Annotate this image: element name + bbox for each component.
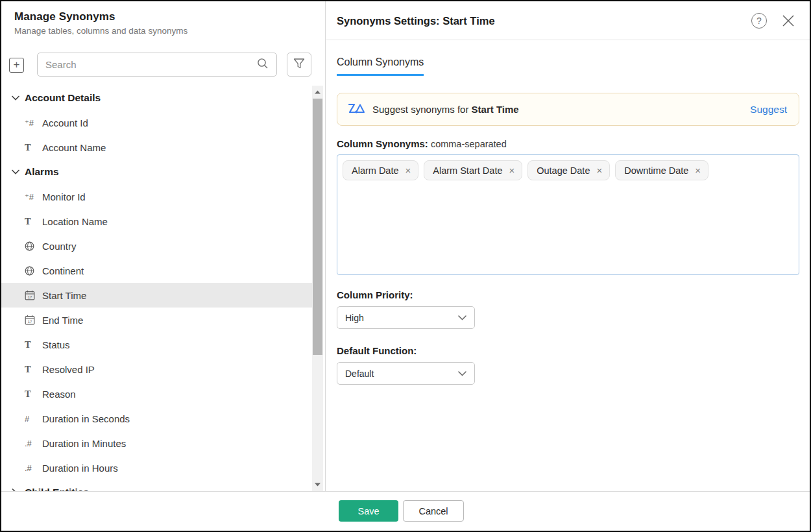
synonyms-label-row: Column Synonyms: comma-separated	[337, 138, 799, 149]
zia-column-name: Start Time	[472, 104, 519, 115]
function-select[interactable]: Default	[337, 362, 475, 385]
filter-icon	[293, 58, 305, 72]
scroll-down-icon[interactable]	[312, 479, 323, 490]
save-button[interactable]: Save	[339, 500, 398, 522]
remove-tag-icon[interactable]: ×	[406, 165, 411, 175]
tree-item-end-time[interactable]: 17End Time	[1, 308, 312, 332]
tab-row: Column Synonyms	[337, 56, 799, 76]
tree-label: Status	[42, 339, 70, 350]
settings-title: Synonyms Settings: Start Time	[337, 15, 495, 27]
tree-item-account-id[interactable]: ⁺#Account Id	[1, 110, 312, 135]
autonumber-icon: ⁺#	[25, 192, 42, 202]
zia-suggestion-text: Suggest synonyms for Start Time	[372, 104, 519, 115]
left-panel-header: Manage Synonyms Manage tables, columns a…	[1, 1, 325, 36]
tree-item-monitor-id[interactable]: ⁺#Monitor Id	[1, 184, 312, 209]
priority-value: High	[345, 313, 364, 323]
plus-icon: +	[14, 58, 20, 71]
tree-label: Alarms	[25, 166, 59, 178]
tree-label: Account Details	[25, 92, 101, 104]
zia-suggestion-bar: Suggest synonyms for Start Time Suggest	[337, 93, 799, 126]
settings-header: Synonyms Settings: Start Time ?	[326, 1, 811, 40]
add-button[interactable]: +	[9, 58, 24, 73]
svg-text:17: 17	[28, 320, 32, 324]
tree-label: Monitor Id	[42, 191, 86, 202]
close-icon	[782, 15, 794, 27]
tree-label: Account Name	[42, 142, 106, 153]
help-button[interactable]: ?	[751, 13, 767, 29]
number-icon: #	[25, 414, 42, 424]
tree-label: Location Name	[42, 216, 108, 227]
search-icon	[257, 58, 269, 72]
text-icon: T	[25, 364, 42, 375]
priority-select[interactable]: High	[337, 306, 475, 329]
chevron-down-icon	[458, 371, 466, 376]
svg-text:17: 17	[28, 295, 32, 299]
tree-item-country[interactable]: Country	[1, 234, 312, 258]
left-panel: Manage Synonyms Manage tables, columns a…	[1, 1, 326, 491]
question-icon: ?	[757, 16, 762, 26]
calendar-icon: 17	[25, 290, 42, 300]
tab-column-synonyms[interactable]: Column Synonyms	[337, 56, 424, 76]
priority-label: Column Priority:	[337, 289, 799, 300]
close-button[interactable]	[781, 14, 795, 28]
tree-item-continent[interactable]: Continent	[1, 258, 312, 283]
manage-synonyms-window: Manage Synonyms Manage tables, columns a…	[0, 0, 811, 532]
tree-item-location-name[interactable]: TLocation Name	[1, 209, 312, 234]
synonym-tag-label: Alarm Date	[352, 165, 399, 176]
tree-item-duration-in-hours[interactable]: .#Duration in Hours	[1, 455, 312, 480]
chevron-down-icon[interactable]	[12, 95, 25, 101]
tree-item-reason[interactable]: TReason	[1, 381, 312, 406]
zia-icon	[348, 102, 365, 117]
tree-label: Duration in Seconds	[42, 413, 130, 424]
decimal-icon: .#	[25, 463, 42, 473]
tree-label: Country	[42, 241, 77, 252]
chevron-down-icon[interactable]	[12, 169, 25, 175]
tree-item-duration-in-minutes[interactable]: .#Duration in Minutes	[1, 431, 312, 455]
tree-item-resolved-ip[interactable]: TResolved IP	[1, 357, 312, 381]
synonym-tag: Alarm Start Date×	[424, 160, 522, 180]
columns-tree: Account Details⁺#Account IdTAccount Name…	[1, 86, 312, 491]
tree-group-child-entities[interactable]: Child Entities	[1, 480, 312, 491]
tree-label: End Time	[42, 315, 83, 326]
remove-tag-icon[interactable]: ×	[509, 165, 514, 175]
filter-button[interactable]	[287, 53, 311, 77]
chevron-down-icon	[458, 315, 466, 320]
tree-item-status[interactable]: TStatus	[1, 332, 312, 357]
function-value: Default	[345, 369, 374, 379]
synonyms-tag-input[interactable]: Alarm Date×Alarm Start Date×Outage Date×…	[337, 154, 799, 275]
synonym-tag-label: Alarm Start Date	[433, 165, 502, 176]
search-box	[37, 53, 277, 77]
tree-label: Account Id	[42, 117, 88, 128]
tree-item-account-name[interactable]: TAccount Name	[1, 135, 312, 160]
tree-group-account-details[interactable]: Account Details	[1, 86, 312, 110]
calendar-icon: 17	[25, 315, 42, 325]
tree-scrollbar[interactable]	[312, 86, 323, 491]
suggest-link[interactable]: Suggest	[750, 104, 787, 115]
tree-item-start-time[interactable]: 17Start Time	[1, 283, 312, 308]
synonyms-label: Column Synonyms:	[337, 138, 428, 149]
synonym-tag: Alarm Date×	[343, 160, 418, 180]
scroll-up-icon[interactable]	[312, 87, 323, 97]
remove-tag-icon[interactable]: ×	[596, 165, 602, 175]
tree-label: Resolved IP	[42, 364, 95, 375]
search-input[interactable]	[45, 59, 257, 70]
text-icon: T	[25, 142, 42, 153]
tree-item-duration-in-seconds[interactable]: #Duration in Seconds	[1, 406, 312, 431]
settings-body: Column Synonyms Suggest synonyms for Sta…	[326, 56, 811, 385]
text-icon: T	[25, 216, 42, 227]
right-panel: Synonyms Settings: Start Time ? Column S…	[326, 1, 811, 491]
tree-label: Duration in Minutes	[42, 438, 126, 449]
tree-label: Continent	[42, 265, 84, 276]
autonumber-icon: ⁺#	[25, 118, 42, 128]
tree-label: Child Entities	[25, 487, 89, 491]
cancel-button[interactable]: Cancel	[403, 500, 464, 522]
page-subtitle: Manage tables, columns and data synonyms	[14, 26, 325, 36]
scrollbar-thumb[interactable]	[313, 99, 322, 355]
synonym-tag: Outage Date×	[527, 160, 610, 180]
globe-icon	[25, 241, 42, 251]
tree-group-alarms[interactable]: Alarms	[1, 160, 312, 184]
remove-tag-icon[interactable]: ×	[695, 165, 701, 175]
synonym-tag: Downtime Date×	[615, 160, 708, 180]
function-label: Default Function:	[337, 345, 799, 356]
synonyms-hint: comma-separated	[428, 139, 507, 149]
